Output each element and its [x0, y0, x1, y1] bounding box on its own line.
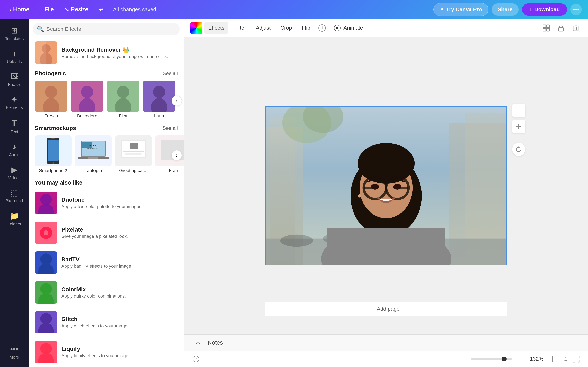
smartphone2-thumbnail — [35, 135, 72, 167]
file-button[interactable]: File — [41, 4, 57, 15]
zoom-out-button[interactable] — [456, 353, 468, 365]
svg-rect-3 — [35, 42, 46, 64]
greetingcard-label: Greeting car... — [117, 168, 150, 173]
laptop-image: SMART YOUR PLACE — [77, 139, 110, 163]
share-button[interactable]: Share — [492, 3, 519, 16]
more-options-button[interactable]: ••• — [571, 4, 582, 15]
mockup-greetingcard[interactable]: Greeting car... — [115, 135, 152, 174]
resize-icon: ⤡ — [64, 6, 69, 13]
svg-point-5 — [45, 86, 57, 98]
fullscreen-button[interactable] — [571, 353, 582, 365]
question-icon: ? — [192, 356, 199, 362]
info-button[interactable]: i — [316, 22, 328, 34]
canvas-container — [265, 106, 507, 266]
text-icon: T — [12, 118, 17, 128]
sidebar-item-folders[interactable]: 📁 Folders — [2, 208, 26, 230]
download-button[interactable]: ↓ Download — [522, 3, 567, 16]
zoom-slider[interactable] — [471, 359, 512, 360]
crop-button[interactable]: Crop — [276, 22, 296, 33]
more-icon: ••• — [573, 6, 579, 13]
colormix-text: ColorMix Apply quirky color combinations… — [61, 286, 126, 299]
smartmockups-see-all[interactable]: See all — [163, 125, 178, 131]
copy-icon — [515, 107, 522, 114]
glitch-name: Glitch — [61, 316, 129, 322]
add-canvas-button[interactable] — [512, 120, 525, 133]
effect-duotone[interactable]: Duotone Apply a two-color palette to you… — [29, 188, 184, 218]
effect-liquify[interactable]: Liquify Apply liquify effects to your im… — [29, 337, 184, 367]
zoom-in-button[interactable] — [515, 353, 527, 365]
luna-label: Luna — [154, 113, 164, 119]
effects-button[interactable]: Effects — [204, 22, 229, 33]
page-view-button[interactable] — [550, 353, 561, 365]
add-page-button[interactable]: + Add page — [265, 302, 507, 316]
add-icon — [515, 123, 522, 130]
sidebar-item-elements[interactable]: ✦ Elements — [2, 92, 26, 113]
refresh-button[interactable] — [512, 143, 525, 156]
filter-label: Filter — [234, 25, 246, 31]
resize-button[interactable]: ⤡ Resize — [61, 4, 92, 15]
liquify-thumbnail — [35, 341, 57, 363]
resize-label: Resize — [71, 6, 88, 13]
filter-fresco[interactable]: Fresco — [35, 81, 68, 119]
photogenic-see-all[interactable]: See all — [163, 70, 178, 76]
grid-button[interactable] — [540, 22, 552, 34]
effect-pixelate[interactable]: Pixelate Give your image a pixelated loo… — [29, 218, 184, 248]
glitch-description: Apply glitch effects to your image. — [61, 323, 129, 329]
laptop5-thumbnail: SMART YOUR PLACE — [75, 135, 112, 167]
svg-rect-56 — [573, 26, 578, 31]
top-navigation: ‹ Home File ⤡ Resize ↩ All changes saved… — [0, 0, 588, 19]
liquify-name: Liquify — [61, 346, 129, 352]
filter-luna[interactable]: Luna — [143, 81, 176, 119]
sidebar-item-templates[interactable]: ⊞ Templates — [2, 23, 26, 44]
sidebar-item-text[interactable]: T Text — [2, 115, 26, 138]
duplicate-canvas-button[interactable] — [512, 104, 525, 117]
adjust-button[interactable]: Adjust — [252, 22, 275, 33]
notes-collapse-button[interactable] — [192, 337, 204, 348]
sidebar-item-audio[interactable]: ♪ Audio — [2, 139, 26, 160]
belvedere-label: Belvedere — [77, 113, 97, 119]
svg-rect-29 — [130, 143, 138, 149]
smartmockups-next-arrow[interactable]: › — [172, 150, 182, 160]
page-view-icon — [552, 355, 559, 363]
mockup-smartphone2[interactable]: Smartphone 2 — [35, 135, 72, 174]
effect-colormix[interactable]: ColorMix Apply quirky color combinations… — [29, 277, 184, 307]
try-canva-pro-button[interactable]: ✦ Try Canva Pro — [433, 3, 488, 16]
duotone-description: Apply a two-color palette to your images… — [61, 204, 143, 209]
search-input[interactable] — [46, 26, 176, 32]
sidebar-item-photos[interactable]: 🖼 Photos — [2, 69, 26, 90]
animate-button[interactable]: ● Animate — [330, 22, 367, 34]
sidebar-item-uploads[interactable]: ↑ Uploads — [2, 46, 26, 67]
svg-rect-54 — [547, 28, 550, 31]
download-icon: ↓ — [529, 6, 532, 13]
canvas-image[interactable] — [265, 106, 507, 266]
zoom-thumb[interactable] — [502, 357, 507, 361]
filter-belvedere[interactable]: Belvedere — [71, 81, 103, 119]
duotone-image — [35, 192, 57, 214]
bottom-bar: ? — [184, 351, 588, 367]
page-count: 1 — [564, 356, 567, 362]
share-label: Share — [498, 6, 512, 12]
undo-button[interactable]: ↩ — [96, 4, 107, 15]
effect-glitch[interactable]: Glitch Apply glitch effects to your imag… — [29, 307, 184, 337]
svg-point-8 — [81, 86, 93, 98]
color-swatch[interactable] — [190, 22, 203, 34]
flip-button[interactable]: Flip — [298, 22, 314, 33]
glitch-text: Glitch Apply glitch effects to your imag… — [61, 316, 129, 329]
videos-icon: ▶ — [11, 165, 17, 174]
home-button[interactable]: ‹ Home — [6, 4, 33, 15]
lock-button[interactable] — [555, 22, 567, 34]
photogenic-next-arrow[interactable]: › — [172, 96, 182, 106]
sidebar-item-videos[interactable]: ▶ Videos — [2, 162, 26, 184]
background-remover-item[interactable]: Background Remover 👑 Remove the backgrou… — [29, 37, 184, 68]
svg-point-11 — [117, 86, 129, 98]
filter-button[interactable]: Filter — [230, 22, 250, 33]
effect-badtv[interactable]: BadTV Apply bad TV effects to your image… — [29, 248, 184, 277]
mockup-laptop5[interactable]: SMART YOUR PLACE Laptop 5 — [75, 135, 112, 174]
help-button[interactable]: ? — [190, 353, 202, 365]
svg-point-89 — [358, 194, 361, 198]
sidebar-item-more[interactable]: ••• More — [2, 342, 26, 363]
delete-button[interactable] — [570, 22, 582, 34]
sidebar-item-background[interactable]: ⬚ Bkground — [2, 185, 26, 207]
filter-flint[interactable]: Flint — [107, 81, 139, 119]
pixelate-description: Give your image a pixelated look. — [61, 234, 128, 239]
